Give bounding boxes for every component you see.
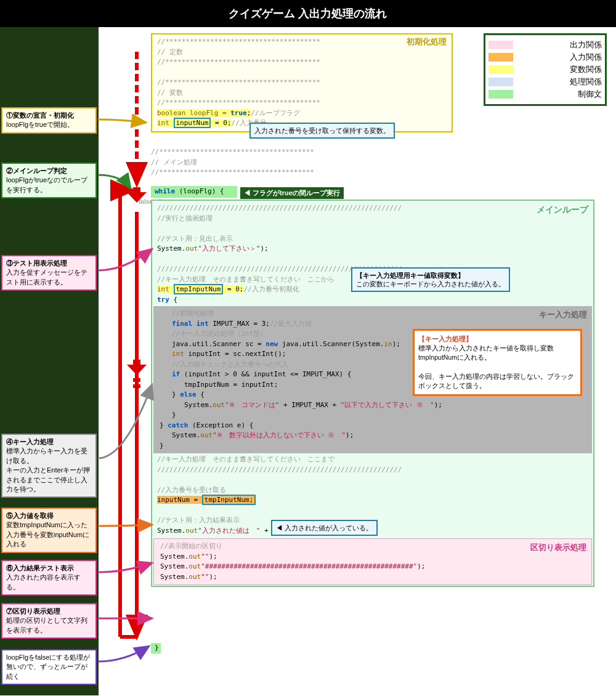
swatch-input [488, 53, 513, 62]
page-title: クイズゲーム 入出力処理の流れ [0, 0, 616, 27]
diagram-area: 出力関係 入力関係 変数関係 処理関係 制御文 ①変数の宣言・初期化loopFl… [0, 27, 616, 695]
step-6: ⑥入力結果テスト表示入力された内容を表示する。 [1, 560, 97, 596]
legend-label: 変数関係 [518, 64, 602, 75]
sep-label: 区切り表示処理 [530, 541, 586, 554]
legend-label: 出力関係 [518, 39, 602, 51]
flag-tag: ◀ フラグがtrueの間ループ実行 [240, 187, 344, 199]
init-panel: 初期化処理 //********************************… [151, 33, 453, 132]
key-label: キー入力処理 [539, 309, 587, 321]
callout-received: ◀ 入力された値が入っている。 [271, 520, 378, 536]
step-3: ③テスト用表示処理入力を促すメッセージをテスト用に表示する。 [1, 255, 97, 291]
step-4: ④キー入力処理標準入力からキー入力を受け取る。 キーの入力とEnterキーが押さ… [1, 434, 97, 498]
step-2: ②メインループ判定loopFlgがtrueなのでループを実行する。 [1, 163, 97, 198]
key-input-note: 【キー入力処理】 標準入力から入力されたキー値を取得し変数tmpInputNum… [413, 329, 582, 396]
step-1: ①変数の宣言・初期化loopFlgをtrueで開始。 [1, 107, 97, 134]
swatch-variable [488, 65, 513, 74]
step-8: loopFlgをfalseにする処理が無いので、ずっとループが続く [1, 649, 97, 685]
step-5: ⑤入力値を取得変数tmpInputNumに入った入力番号を変数inputNumに… [1, 508, 97, 553]
separator-panel: 区切り表示処理 //表示開始の区切り System.out""); System… [153, 538, 592, 585]
legend-label: 制御文 [518, 89, 602, 100]
main-loop-label: メインループ [537, 203, 588, 216]
swatch-control [488, 90, 513, 99]
swatch-process [488, 78, 513, 86]
callout-tmpinput: 【キー入力処理用キー値取得変数】この変数にキーボードから入力された値が入る。 [351, 267, 510, 292]
swatch-output [488, 41, 513, 49]
legend-label: 入力関係 [518, 52, 602, 63]
main-header-code: //**************************************… [151, 147, 453, 178]
step-7: ⑦区切り表示処理処理の区切りとして文字列を表示する。 [1, 603, 97, 639]
callout-inputnum: 入力された番号を受け取って保持する変数。 [249, 123, 395, 139]
legend-label: 処理関係 [518, 76, 602, 87]
while-line: while (loopFlg) { [151, 186, 237, 198]
step-arrows [97, 27, 155, 680]
init-label: 初期化処理 [407, 36, 447, 48]
legend: 出力関係 入力関係 変数関係 処理関係 制御文 [484, 33, 607, 106]
